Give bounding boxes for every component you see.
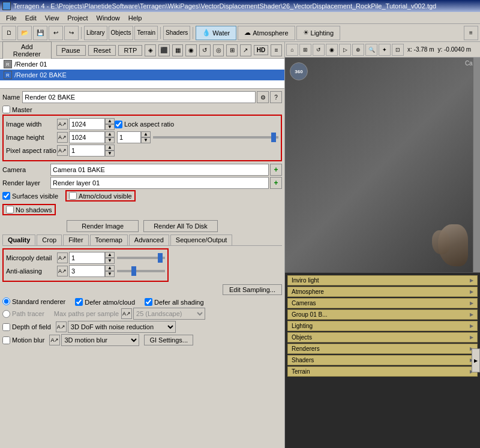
toolbar-open[interactable]: 📂 (17, 26, 32, 40)
help-button[interactable]: ? (270, 91, 282, 103)
tab-tonemap[interactable]: Tonemap (90, 234, 128, 245)
anti-aliasing-anim[interactable]: A↗ (57, 266, 68, 276)
viewport-btn-5[interactable]: ▷ (339, 44, 351, 56)
tab-quality[interactable]: Quality (2, 234, 35, 245)
hd-button[interactable]: HD (254, 45, 268, 55)
viewport-btn-6[interactable]: ⊕ (352, 44, 364, 56)
toolbar-undo[interactable]: ↩ (49, 26, 63, 40)
motion-blur-checkbox[interactable] (2, 336, 10, 344)
render-layer-input[interactable] (50, 177, 269, 189)
toolbar-objects[interactable]: Objects (109, 26, 134, 40)
image-width-input[interactable] (69, 118, 105, 130)
anti-aliasing-spin-up[interactable]: ▲ (105, 265, 115, 271)
menu-project[interactable]: Project (64, 14, 91, 22)
defer-atmo-checkbox[interactable] (75, 298, 83, 306)
viewport-btn-8[interactable]: ✦ (379, 44, 391, 56)
max-paths-select[interactable]: 25 (Landscape) (133, 308, 205, 320)
toolbar-terrain[interactable]: Terrain (134, 26, 158, 40)
menu-edit[interactable]: Edit (22, 14, 40, 22)
toolbar-extra[interactable]: ≡ (464, 26, 478, 40)
gear-button[interactable]: ⚙ (257, 91, 269, 103)
node-item-cameras[interactable]: Cameras ▶ (287, 298, 478, 308)
menu-view[interactable]: View (41, 14, 63, 22)
ratio-spin-up[interactable]: ▲ (141, 131, 151, 137)
view-btn-1[interactable]: ◈ (145, 44, 156, 56)
micropoly-spin-down[interactable]: ▼ (105, 258, 115, 264)
max-paths-anim[interactable]: A↗ (121, 308, 132, 319)
image-height-anim[interactable]: A↗ (57, 132, 68, 143)
image-height-spin-down[interactable]: ▼ (105, 137, 115, 143)
pause-button[interactable]: Pause (56, 45, 86, 56)
image-height-input[interactable] (69, 131, 105, 143)
micropoly-anim[interactable]: A↗ (57, 252, 68, 263)
motion-blur-anim[interactable]: A↗ (49, 335, 60, 345)
pixel-aspect-anim[interactable]: A↗ (57, 145, 68, 156)
node-item-renderers[interactable]: Renderers ▶ (287, 344, 478, 354)
ratio-input[interactable] (117, 131, 141, 143)
view-btn-2[interactable]: ⬛ (158, 44, 170, 56)
view-btn-5[interactable]: ↺ (199, 44, 211, 56)
menu-window[interactable]: Window (93, 14, 124, 22)
viewport-btn-9[interactable]: ⊡ (392, 44, 404, 56)
reset-button[interactable]: Reset (88, 45, 116, 56)
dof-mode-select[interactable]: 3D DoF with noise reduction (68, 321, 176, 333)
edit-sampling-button[interactable]: Edit Sampling... (223, 284, 282, 295)
view-btn-6[interactable]: ◎ (213, 44, 224, 56)
master-checkbox[interactable] (2, 106, 10, 113)
node-item-objects[interactable]: Objects ▶ (287, 332, 478, 342)
toolbar-lighting[interactable]: ☀ Lighting (296, 26, 341, 40)
view-btn-9[interactable]: ≡ (271, 44, 282, 56)
toolbar-water[interactable]: 💧 Water (196, 26, 236, 40)
node-item-lighting[interactable]: Lighting ▶ (287, 321, 478, 331)
side-scroll-button[interactable]: ▶ (472, 348, 480, 372)
viewport-btn-2[interactable]: ⊞ (299, 44, 311, 56)
node-item-atmosphere[interactable]: Atmosphere ▶ (287, 287, 478, 297)
atmo-cloud-checkbox[interactable] (69, 192, 77, 200)
image-height-spin-up[interactable]: ▲ (105, 131, 115, 137)
view-btn-3[interactable]: ▦ (172, 44, 184, 56)
surfaces-visible-checkbox[interactable] (2, 192, 10, 200)
view-btn-7[interactable]: ⊞ (226, 44, 238, 56)
renderer-item-1[interactable]: R /Render 01 (0, 59, 284, 70)
render-image-button[interactable]: Render Image (67, 220, 139, 232)
camera-add-button[interactable]: + (270, 164, 282, 176)
render-layer-add-button[interactable]: + (270, 177, 282, 189)
anti-aliasing-input[interactable] (69, 265, 105, 277)
path-tracer-radio[interactable] (2, 310, 10, 318)
tab-crop[interactable]: Crop (37, 234, 62, 245)
pixel-aspect-input[interactable] (69, 145, 105, 157)
viewport-btn-1[interactable]: ⌂ (286, 44, 298, 56)
ratio-spin-down[interactable]: ▼ (141, 137, 151, 143)
node-item-group[interactable]: Group 01 B... ▶ (287, 309, 478, 320)
tab-sequence-output[interactable]: Sequence/Output (170, 234, 233, 245)
view-btn-8[interactable]: ↗ (240, 44, 251, 56)
tab-filter[interactable]: Filter (63, 234, 88, 245)
name-input[interactable] (22, 91, 256, 103)
toolbar-library[interactable]: Library (84, 26, 107, 40)
pixel-aspect-spin-up[interactable]: ▲ (105, 145, 115, 151)
dof-checkbox[interactable] (2, 323, 10, 331)
toolbar-atmosphere[interactable]: ☁ Atmosphere (238, 26, 295, 40)
camera-input[interactable] (50, 164, 269, 176)
rtp-button[interactable]: RTP (118, 45, 142, 56)
node-item-terrain[interactable]: Terrain ▶ (287, 366, 478, 377)
viewport-btn-7[interactable]: 🔍 (365, 44, 377, 56)
viewport-3d[interactable]: 360 Cam (285, 58, 480, 272)
render-all-to-disk-button[interactable]: Render All To Disk (143, 220, 218, 232)
image-width-spin-down[interactable]: ▼ (105, 124, 115, 130)
menu-file[interactable]: File (2, 14, 20, 22)
dof-anim[interactable]: A↗ (56, 321, 67, 332)
node-item-enviro[interactable]: Inviro light ▶ (287, 275, 478, 285)
anti-aliasing-spin-down[interactable]: ▼ (105, 271, 115, 277)
micropoly-input[interactable] (69, 252, 105, 264)
toolbar-new[interactable]: 🗋 (2, 26, 16, 40)
renderer-item-2[interactable]: R /Render 02 BAKE (0, 70, 284, 80)
node-item-shaders[interactable]: Shaders ▶ (287, 355, 478, 365)
viewport-btn-3[interactable]: ↺ (313, 44, 325, 56)
motion-blur-mode-select[interactable]: 3D motion blur (61, 334, 139, 346)
add-renderer-button[interactable]: Add Renderer (2, 41, 52, 59)
view-btn-4[interactable]: ◉ (185, 44, 197, 56)
image-width-spin-up[interactable]: ▲ (105, 118, 115, 124)
viewport-btn-4[interactable]: ◉ (326, 44, 338, 56)
gi-settings-button[interactable]: GI Settings... (144, 335, 193, 345)
